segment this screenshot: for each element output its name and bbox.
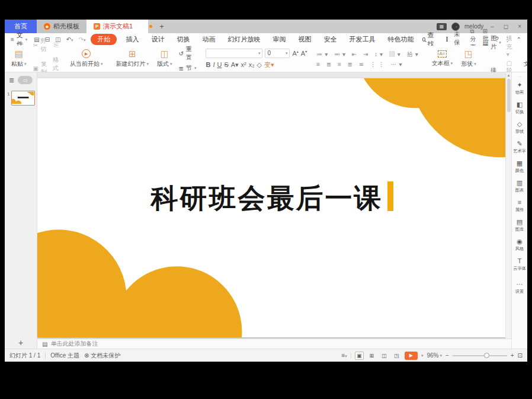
sidebar-item-gallery[interactable]: ▤ 图库 xyxy=(515,219,524,232)
tab-presentation1[interactable]: P 演示文稿1 xyxy=(86,20,148,33)
sidebar-item-style[interactable]: ◉ 风格 xyxy=(515,238,524,252)
slideshow-play-button[interactable]: ▶ xyxy=(405,352,418,360)
text-cursor-bar xyxy=(387,181,393,211)
notes-icon: ▤ xyxy=(42,341,47,347)
editor-column: 科研班会最后一课 ▲ ▤ 单击此处添加备注 xyxy=(37,72,511,349)
text-effects-icon[interactable]: 变▾ xyxy=(264,60,274,69)
layout-button[interactable]: ◫ 版式▾ xyxy=(153,46,177,72)
menu-tab-home[interactable]: 开始 xyxy=(91,34,117,45)
redo-icon[interactable]: ↷▾ xyxy=(79,36,86,43)
zoom-in-button[interactable]: + xyxy=(511,352,514,359)
theme-name[interactable]: Office 主题 xyxy=(50,352,79,360)
scrollbar-thumb[interactable] xyxy=(507,79,511,112)
slide-canvas[interactable]: 科研班会最后一课 ▲ xyxy=(37,72,511,339)
zoom-slider-knob[interactable] xyxy=(484,353,489,358)
slide-1[interactable]: 科研班会最后一课 xyxy=(37,78,507,337)
protection-icon: ⊗ xyxy=(84,352,89,359)
undo-icon[interactable]: ↶▾ xyxy=(66,36,73,43)
shapes-button[interactable]: ◳ 形状▾ xyxy=(457,46,480,72)
superscript-icon[interactable]: x² xyxy=(241,61,246,68)
menu-tab-design[interactable]: 设计 xyxy=(148,34,168,44)
section-button[interactable]: ≣ 节▾ xyxy=(179,64,197,72)
sidebar-item-animation[interactable]: ✦ 动画 xyxy=(515,82,524,95)
paste-button[interactable]: ▤ 粘贴▾ xyxy=(7,46,31,72)
new-slide-button[interactable]: ⊞ 新建幻灯片▾ xyxy=(111,46,153,72)
menu-tab-review[interactable]: 审阅 xyxy=(269,34,289,44)
strikethrough-button[interactable]: S xyxy=(224,61,228,68)
play-options-chevron[interactable]: ▾ xyxy=(421,353,424,358)
zoom-slider[interactable] xyxy=(453,355,507,356)
menu-tab-special-features[interactable]: 特色功能 xyxy=(384,34,417,44)
menu-tab-transition[interactable]: 切换 xyxy=(173,34,193,44)
sidebar-item-colors[interactable]: ▦ 颜色 xyxy=(515,160,524,174)
sidebar-item-transition[interactable]: ◧ 切换 xyxy=(515,101,524,115)
slide-1-thumbnail[interactable] xyxy=(11,91,35,106)
zoom-level-button[interactable]: 96% ▾ xyxy=(427,352,442,359)
ribbon-toolbar: ▤ 粘贴▾ ✂ 剪切 ⎘ ▣ 复制 格式刷 ▶ 从当前开始▾ ⊞ 新建幻灯片▾ xyxy=(5,46,527,72)
clear-format-icon[interactable]: ◇ xyxy=(257,61,262,69)
shapes-icon: ◇ xyxy=(517,121,522,127)
font-size-combobox[interactable]: 0▾ xyxy=(265,49,290,58)
doc-assistant-button[interactable]: ◪ 文档助手 xyxy=(520,46,527,72)
italic-button[interactable]: I xyxy=(213,61,214,68)
alignment-icons[interactable]: ≡ ≣ ≡ ≣ ≌ ⋮⋮ ⋯▾ xyxy=(316,61,421,68)
sidebar-item-settings[interactable]: ⋯ 设置 xyxy=(515,281,524,295)
main-area: ≣ ▭ 1 + xyxy=(5,72,527,349)
menu-tab-devtools[interactable]: 开发工具 xyxy=(345,34,379,44)
sidebar-item-cloud-fonts[interactable]: T 云字体 xyxy=(512,258,527,272)
protection-status[interactable]: ⊗ 文档未保护 xyxy=(84,352,120,360)
fit-slide-button[interactable]: ⊡ xyxy=(518,352,523,359)
protection-label: 文档未保护 xyxy=(91,352,120,359)
sidebar-item-properties[interactable]: ≡ 属性 xyxy=(515,199,524,213)
notes-toggle-button[interactable]: ≡▾ xyxy=(342,352,347,359)
textbox-button[interactable]: A= 文本框▾ xyxy=(428,46,457,72)
clipboard-icon: ▤ xyxy=(15,49,23,58)
underline-button[interactable]: U xyxy=(217,61,222,68)
play-from-current-button[interactable]: ▶ 从当前开始▾ xyxy=(66,46,107,72)
new-slide-icon: ⊞ xyxy=(129,49,136,58)
sidebar-drag-handle[interactable]: ⋯ xyxy=(518,75,522,79)
menu-tab-animation[interactable]: 动画 xyxy=(198,34,219,44)
sidebar-item-wordart[interactable]: ✎ 艺术字 xyxy=(512,141,527,154)
sidebar-item-shapes[interactable]: ◇ 形状 xyxy=(515,121,524,135)
presentation-file-icon: P xyxy=(94,23,100,30)
tab-docer-templates[interactable]: ◆ 稻壳模板 xyxy=(37,20,86,33)
menu-bar: ≡ 文件 ▾ ▤ ⊟ ◫ ↶▾ ↷▾ 开始 插入 设计 切换 动画 幻灯片放映 … xyxy=(5,33,527,46)
shrink-font-button[interactable]: A▾ xyxy=(301,49,307,57)
notes-bar[interactable]: ▤ 单击此处添加备注 xyxy=(37,339,511,349)
transition-icon: ◧ xyxy=(517,101,523,108)
zoom-out-button[interactable]: − xyxy=(446,352,449,359)
subscript-icon[interactable]: x₂ xyxy=(249,61,255,68)
presenter-view-button[interactable]: ◳ xyxy=(392,352,401,360)
reset-button[interactable]: ↺ 重置 xyxy=(179,45,197,62)
apps-grid-icon[interactable]: ▦ xyxy=(437,23,447,30)
slide-thumbnail-row: 1 xyxy=(7,91,35,106)
cut-button[interactable]: ✂ 剪切 ⎘ xyxy=(33,37,59,53)
tab-docer-label: 稻壳模板 xyxy=(53,22,79,31)
menu-tab-insert[interactable]: 插入 xyxy=(122,34,142,44)
slide-view-toggle[interactable]: ▭ xyxy=(18,76,33,84)
vertical-scrollbar[interactable]: ▲ xyxy=(505,72,511,339)
format-painter-icon: ⎘ xyxy=(54,42,59,49)
menu-tab-slideshow[interactable]: 幻灯片放映 xyxy=(224,34,264,44)
reading-view-button[interactable]: ◫ xyxy=(380,352,389,360)
menu-tab-security[interactable]: 安全 xyxy=(320,34,340,44)
collapse-ribbon-button[interactable]: ⌃ xyxy=(517,36,521,43)
add-slide-button[interactable]: + xyxy=(5,337,37,349)
bold-button[interactable]: B xyxy=(206,61,210,68)
fill-button[interactable]: ◌ 填充▾ xyxy=(507,28,512,58)
outline-view-icon[interactable]: ≣ xyxy=(9,76,14,84)
slide-sorter-view-button[interactable]: ⊞ xyxy=(367,352,376,360)
list-and-indent-icons[interactable]: ≔▾ ≕▾ ⇤ ⇥ ↕▾ ▥▾ 拾▾ xyxy=(316,50,421,59)
play-circle-icon: ▶ xyxy=(82,49,91,58)
picture-button[interactable]: ▤ 图片▾ ◌ 填充▾ xyxy=(483,28,512,58)
slide-title-text[interactable]: 科研班会最后一课 xyxy=(37,180,507,217)
normal-view-button[interactable]: ▣ xyxy=(355,352,364,360)
text-shadow-icon[interactable]: A▾ xyxy=(231,61,239,69)
menu-tab-view[interactable]: 视图 xyxy=(294,34,315,44)
scroll-up-icon[interactable]: ▲ xyxy=(507,74,511,77)
grow-font-button[interactable]: A▴ xyxy=(292,49,298,57)
sidebar-item-charts[interactable]: ▥ 图表 xyxy=(515,180,524,193)
new-tab-button[interactable]: + xyxy=(152,20,171,33)
font-name-combobox[interactable]: ▾ xyxy=(206,49,262,58)
